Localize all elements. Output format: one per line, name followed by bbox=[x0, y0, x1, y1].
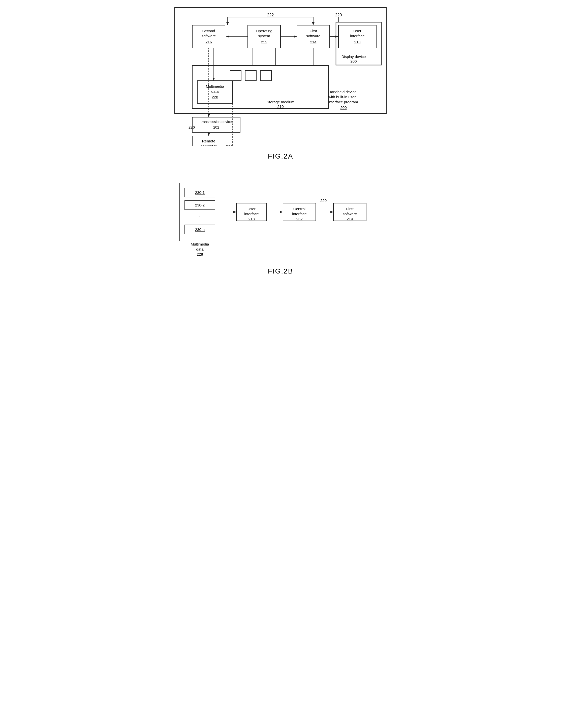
svg-text:User: User bbox=[353, 29, 361, 33]
svg-text:system: system bbox=[258, 34, 270, 38]
svg-text:transmission device: transmission device bbox=[201, 120, 232, 124]
svg-text:222: 222 bbox=[267, 13, 274, 17]
svg-text:202: 202 bbox=[213, 125, 219, 129]
page: 222 220 Second software 216 Operating sy… bbox=[172, 5, 389, 275]
svg-text:228: 228 bbox=[197, 252, 203, 256]
svg-text:software: software bbox=[306, 34, 321, 38]
svg-text:214: 214 bbox=[310, 40, 316, 44]
svg-text:interface: interface bbox=[292, 212, 307, 216]
svg-text:200: 200 bbox=[340, 105, 347, 110]
svg-text:Multimedia: Multimedia bbox=[191, 242, 209, 246]
svg-text:232: 232 bbox=[296, 217, 302, 221]
svg-text:210: 210 bbox=[277, 104, 284, 109]
fig2a-label: FIG.2A bbox=[172, 152, 389, 160]
svg-text:214: 214 bbox=[347, 217, 353, 221]
svg-text:Handheld device: Handheld device bbox=[328, 90, 357, 94]
svg-text:software: software bbox=[202, 34, 216, 38]
svg-text:Second: Second bbox=[202, 29, 215, 33]
svg-rect-60 bbox=[192, 117, 240, 132]
svg-text:software: software bbox=[343, 212, 357, 216]
fig2a-section: 222 220 Second software 216 Operating sy… bbox=[172, 5, 389, 160]
svg-text:218: 218 bbox=[354, 40, 360, 44]
svg-text:Storage medium: Storage medium bbox=[267, 100, 294, 104]
fig2b-label: FIG.2B bbox=[172, 267, 389, 275]
svg-text:User: User bbox=[247, 207, 256, 211]
svg-text:First: First bbox=[346, 207, 354, 211]
svg-text:212: 212 bbox=[261, 40, 267, 44]
svg-text:220: 220 bbox=[335, 13, 342, 17]
svg-text:206: 206 bbox=[350, 59, 357, 63]
svg-text:220: 220 bbox=[320, 198, 327, 203]
svg-text:with built-in user: with built-in user bbox=[328, 95, 356, 99]
svg-text:interface: interface bbox=[244, 212, 259, 216]
svg-rect-44 bbox=[260, 71, 271, 81]
svg-text:218: 218 bbox=[248, 217, 255, 221]
svg-text:228: 228 bbox=[212, 95, 218, 99]
fig2b-section: 230-1 230-2 · · 230-n Multimedia data 22… bbox=[172, 175, 389, 275]
svg-text:data: data bbox=[211, 89, 219, 94]
svg-text:216: 216 bbox=[205, 40, 212, 44]
svg-text:computer: computer bbox=[201, 144, 217, 146]
svg-rect-43 bbox=[245, 71, 256, 81]
svg-rect-42 bbox=[230, 71, 241, 81]
svg-text:Remote: Remote bbox=[202, 139, 215, 143]
svg-text:Display device: Display device bbox=[341, 54, 366, 59]
svg-text:230-1: 230-1 bbox=[195, 190, 205, 195]
svg-text:Control: Control bbox=[293, 207, 305, 211]
svg-text:230-n: 230-n bbox=[195, 227, 205, 232]
svg-text:230-2: 230-2 bbox=[195, 203, 205, 207]
svg-text:·: · bbox=[199, 218, 201, 223]
svg-text:First: First bbox=[309, 29, 317, 33]
svg-text:interface: interface bbox=[350, 34, 365, 38]
svg-text:226: 226 bbox=[189, 125, 195, 129]
svg-text:interface program: interface program bbox=[328, 100, 358, 104]
fig2a-svg: 222 220 Second software 216 Operating sy… bbox=[172, 5, 389, 146]
svg-text:data: data bbox=[196, 247, 204, 251]
svg-text:Operating: Operating bbox=[256, 29, 272, 33]
fig2b-svg: 230-1 230-2 · · 230-n Multimedia data 22… bbox=[172, 175, 389, 261]
